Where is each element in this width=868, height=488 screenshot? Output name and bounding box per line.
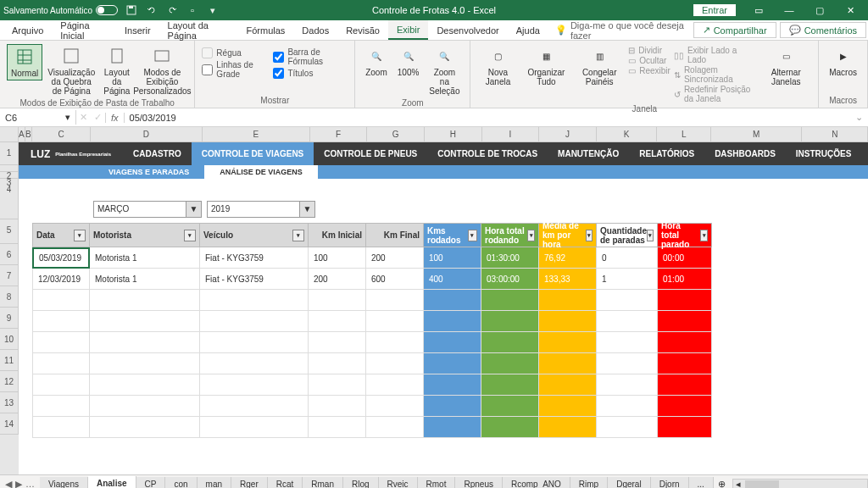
new-window-button[interactable]: ▢Nova Janela (477, 44, 518, 88)
year-dropdown[interactable]: 2019▼ (207, 201, 315, 218)
th-kms-rodados[interactable]: Kms rodados▾ (424, 223, 481, 247)
view-normal-button[interactable]: Normal (7, 44, 42, 80)
sheet-tab[interactable]: man (198, 477, 231, 488)
row-header[interactable]: 14 (0, 413, 19, 435)
filter-icon[interactable]: ▾ (586, 230, 593, 241)
th-qtd-paradas[interactable]: Quantidade de paradas▾ (597, 223, 658, 247)
cell-data[interactable]: 12/03/2019 (32, 269, 90, 290)
col-header[interactable]: K (597, 127, 658, 142)
col-header[interactable]: A (19, 127, 25, 142)
cell-veiculo[interactable]: Fiat - KYG3759 (200, 269, 309, 290)
filter-icon[interactable]: ▾ (647, 230, 654, 241)
row-header[interactable]: 3 (0, 172, 19, 179)
row-header[interactable]: 9 (0, 308, 19, 329)
col-header[interactable]: G (367, 127, 425, 142)
undo-icon[interactable] (145, 3, 159, 17)
col-header[interactable]: F (310, 127, 368, 142)
row-header[interactable]: 11 (0, 350, 19, 371)
cell-veiculo[interactable]: Fiat - KYG3759 (200, 247, 309, 269)
cell-media[interactable]: 133,33 (539, 269, 597, 290)
tab-more-icon[interactable]: … (25, 479, 35, 488)
cell-km-final[interactable]: 600 (366, 269, 424, 290)
th-motorista[interactable]: Motorista▾ (90, 223, 200, 247)
check-barra[interactable]: Barra de Fórmulas (273, 47, 348, 66)
cell-motorista[interactable]: Motorista 1 (90, 269, 200, 290)
nav-controle-trocas[interactable]: CONTROLE DE TROCAS (427, 142, 548, 165)
cell-km-final[interactable]: 200 (366, 247, 424, 269)
row-header[interactable]: 13 (0, 392, 19, 413)
nav-dashboards[interactable]: DASHBOARDS (704, 142, 786, 165)
zoom-100-button[interactable]: 🔍100% (394, 44, 423, 79)
filter-icon[interactable]: ▾ (468, 230, 477, 241)
col-header[interactable]: N (802, 127, 868, 142)
subnav-analise-viagens[interactable]: ANÁLISE DE VIAGENS (204, 165, 318, 179)
filter-icon[interactable]: ▾ (700, 230, 708, 241)
col-header[interactable]: L (657, 127, 711, 142)
check-grade[interactable]: Linhas de Grade (202, 60, 270, 79)
th-hora-rodando[interactable]: Hora total rodando▾ (481, 223, 539, 247)
cell-hora-rodando[interactable]: 03:00:00 (481, 269, 539, 290)
check-regua[interactable]: Régua (202, 47, 270, 58)
autosave-toggle[interactable]: Salvamento Automático (3, 5, 118, 15)
col-header[interactable]: M (711, 127, 802, 142)
sheet-tab[interactable]: Dgeral (608, 477, 650, 488)
row-header[interactable]: 6 (0, 244, 19, 265)
th-km-final[interactable]: Km Final (366, 223, 424, 247)
nav-controle-pneus[interactable]: CONTROLE DE PNEUS (314, 142, 427, 165)
sheet-tab[interactable]: Rveic (379, 477, 418, 488)
close-icon[interactable]: ✕ (836, 0, 865, 20)
menu-pagina-inicial[interactable]: Página Inicial (52, 20, 116, 40)
ribbon-options-icon[interactable]: ▭ (744, 0, 773, 20)
row-header[interactable]: 7 (0, 265, 19, 286)
sheet-tab[interactable]: Analise (88, 476, 136, 488)
sheet-tab[interactable]: CP (136, 477, 166, 488)
sheet-tab[interactable]: Rpneus (455, 477, 502, 488)
view-custom-button[interactable]: Modos de Exibição Personalizados (136, 44, 187, 97)
signin-button[interactable]: Entrar (693, 4, 736, 16)
nav-instrucoes[interactable]: INSTRUÇÕES (786, 142, 862, 165)
zoom-button[interactable]: 🔍Zoom (362, 44, 391, 79)
row-header[interactable]: 4 (0, 179, 19, 219)
maximize-icon[interactable]: ▢ (805, 0, 834, 20)
sheet-tab[interactable]: con (165, 477, 197, 488)
col-header[interactable]: I (482, 127, 540, 142)
menu-layout[interactable]: Layout da Página (159, 20, 238, 40)
cell-qtd[interactable]: 1 (597, 269, 658, 290)
menu-ajuda[interactable]: Ajuda (508, 20, 548, 40)
nav-manutencao[interactable]: MANUTENÇÃO (548, 142, 629, 165)
freeze-button[interactable]: ▥Congelar Painéis (574, 44, 625, 88)
sheet-more[interactable]: ... (689, 477, 714, 488)
sheet-tab[interactable]: Viagens (40, 477, 88, 488)
comments-button[interactable]: 💬 Comentários (780, 22, 866, 38)
filter-icon[interactable]: ▾ (184, 230, 196, 241)
row-header[interactable]: 12 (0, 371, 19, 392)
sheet-tab[interactable]: Djorn (651, 477, 689, 488)
nav-relatorios[interactable]: RELATÓRIOS (629, 142, 704, 165)
th-km-inicial[interactable]: Km Inicial (309, 223, 366, 247)
sheet-tab[interactable]: Rimp (570, 477, 608, 488)
toggle-switch[interactable] (96, 5, 118, 15)
row-header[interactable]: 10 (0, 329, 19, 350)
filter-icon[interactable]: ▾ (292, 230, 304, 241)
menu-inserir[interactable]: Inserir (116, 20, 159, 40)
row-header[interactable]: 1 (0, 142, 19, 165)
save-icon[interactable] (125, 3, 138, 17)
menu-desenvolvedor[interactable]: Desenvolvedor (428, 20, 507, 40)
cell-data[interactable]: 05/03/2019 (32, 247, 90, 269)
th-media-km[interactable]: Média de km por hora▾ (539, 223, 597, 247)
nav-controle-viagens[interactable]: CONTROLE DE VIAGENS (192, 142, 314, 165)
name-box[interactable]: C6▾ (0, 110, 76, 125)
fx-icon[interactable]: fx (105, 113, 125, 123)
split-button[interactable]: ⊟ Dividir (628, 46, 670, 55)
menu-exibir[interactable]: Exibir (388, 20, 429, 40)
sheet-tab[interactable]: Rger (231, 477, 268, 488)
sheet-tab[interactable]: Rcomp_ANO (503, 477, 570, 488)
menu-arquivo[interactable]: Arquivo (3, 20, 52, 40)
cell-hora-parado[interactable]: 01:00 (658, 269, 712, 290)
month-dropdown[interactable]: MARÇO▼ (93, 201, 202, 218)
tab-prev-icon[interactable]: ◀ (5, 479, 12, 488)
minimize-icon[interactable]: — (775, 0, 804, 20)
cell-kms[interactable]: 400 (424, 269, 481, 290)
row-header[interactable]: 8 (0, 286, 19, 308)
col-header[interactable]: E (203, 127, 310, 142)
